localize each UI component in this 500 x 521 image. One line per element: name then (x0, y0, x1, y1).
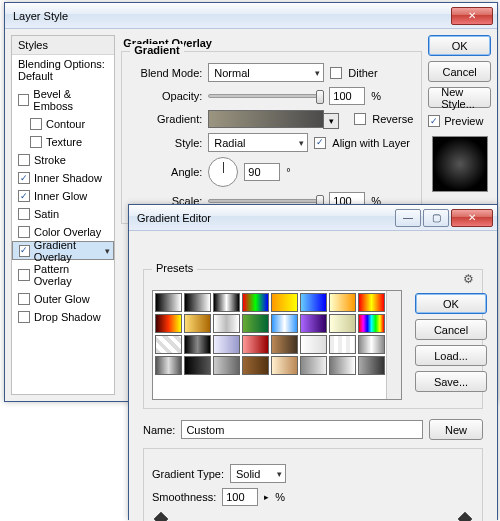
style-item[interactable]: Texture (12, 133, 114, 151)
gradient-editor-titlebar[interactable]: Gradient Editor — ▢ ✕ (129, 205, 497, 231)
preset-swatch[interactable] (213, 356, 240, 375)
preset-swatch[interactable] (358, 314, 385, 333)
style-item[interactable]: ✓Gradient Overlay (12, 241, 114, 260)
scrollbar[interactable] (386, 291, 401, 399)
gradient-picker[interactable] (208, 110, 324, 128)
preset-swatch[interactable] (329, 293, 356, 312)
angle-label: Angle: (130, 166, 202, 178)
style-select[interactable]: Radial (208, 133, 308, 152)
style-item[interactable]: Outer Glow (12, 290, 114, 308)
preset-swatch[interactable] (213, 335, 240, 354)
style-checkbox[interactable]: ✓ (18, 190, 30, 202)
gradient-label: Gradient: (130, 113, 202, 125)
preset-swatch[interactable] (184, 314, 211, 333)
cancel-button[interactable]: Cancel (428, 61, 491, 82)
preset-swatch[interactable] (155, 356, 182, 375)
style-checkbox[interactable] (18, 94, 29, 106)
style-item[interactable]: ✓Inner Glow (12, 187, 114, 205)
preset-swatch[interactable] (242, 356, 269, 375)
preset-swatch[interactable] (300, 335, 327, 354)
preset-swatch[interactable] (329, 356, 356, 375)
preset-grid[interactable] (152, 290, 402, 400)
preset-swatch[interactable] (184, 356, 211, 375)
close-icon[interactable]: ✕ (451, 209, 493, 227)
style-item[interactable]: Drop Shadow (12, 308, 114, 326)
style-item-label: Contour (46, 118, 85, 130)
preset-swatch[interactable] (184, 293, 211, 312)
maximize-icon[interactable]: ▢ (423, 209, 449, 227)
ok-button[interactable]: OK (428, 35, 491, 56)
new-style-button[interactable]: New Style... (428, 87, 491, 108)
style-item[interactable]: Pattern Overlay (12, 260, 114, 290)
scale-slider[interactable] (208, 199, 323, 203)
style-checkbox[interactable] (30, 136, 42, 148)
preset-swatch[interactable] (271, 335, 298, 354)
preset-swatch[interactable] (271, 293, 298, 312)
align-checkbox[interactable]: ✓ (314, 137, 326, 149)
blendmode-select[interactable]: Normal (208, 63, 324, 82)
style-checkbox[interactable] (18, 208, 30, 220)
preset-swatch[interactable] (213, 314, 240, 333)
style-checkbox[interactable]: ✓ (19, 245, 30, 257)
minimize-icon[interactable]: — (395, 209, 421, 227)
preset-swatch[interactable] (300, 356, 327, 375)
name-input[interactable]: Custom (181, 420, 423, 439)
preset-swatch[interactable] (242, 314, 269, 333)
ge-ok-button[interactable]: OK (415, 293, 487, 314)
dither-checkbox[interactable] (330, 67, 342, 79)
style-checkbox[interactable] (30, 118, 42, 130)
preset-swatch[interactable] (184, 335, 211, 354)
style-checkbox[interactable] (18, 293, 30, 305)
style-item[interactable]: ✓Inner Shadow (12, 169, 114, 187)
style-checkbox[interactable] (18, 154, 30, 166)
preset-swatch[interactable] (329, 335, 356, 354)
reverse-checkbox[interactable] (354, 113, 366, 125)
preset-swatch[interactable] (242, 293, 269, 312)
blending-options-item[interactable]: Blending Options: Default (12, 55, 114, 85)
preset-swatch[interactable] (155, 293, 182, 312)
style-checkbox[interactable]: ✓ (18, 172, 30, 184)
angle-dial[interactable] (208, 157, 238, 187)
opacity-slider[interactable] (208, 94, 323, 98)
style-checkbox[interactable] (18, 311, 30, 323)
angle-input[interactable]: 90 (244, 163, 280, 181)
preset-swatch[interactable] (329, 314, 356, 333)
style-item[interactable]: Bevel & Emboss (12, 85, 114, 115)
smoothness-input[interactable]: 100 (222, 488, 258, 506)
gradient-subtitle: Gradient (130, 44, 183, 56)
preset-swatch[interactable] (155, 335, 182, 354)
align-label: Align with Layer (332, 137, 410, 149)
ge-save-button[interactable]: Save... (415, 371, 487, 392)
type-label: Gradient Type: (152, 468, 224, 480)
styles-header[interactable]: Styles (12, 36, 114, 55)
style-item[interactable]: Contour (12, 115, 114, 133)
style-item[interactable]: Satin (12, 205, 114, 223)
style-item-label: Gradient Overlay (34, 239, 107, 263)
preview-checkbox[interactable]: ✓ (428, 115, 440, 127)
opacity-stop[interactable] (458, 512, 472, 521)
style-item[interactable]: Stroke (12, 151, 114, 169)
preset-swatch[interactable] (242, 335, 269, 354)
ge-cancel-button[interactable]: Cancel (415, 319, 487, 340)
preset-swatch[interactable] (358, 356, 385, 375)
opacity-stop[interactable] (154, 512, 168, 521)
preset-swatch[interactable] (213, 293, 240, 312)
style-checkbox[interactable] (18, 269, 30, 281)
preset-swatch[interactable] (271, 356, 298, 375)
new-button[interactable]: New (429, 419, 483, 440)
style-checkbox[interactable] (18, 226, 30, 238)
preset-swatch[interactable] (155, 314, 182, 333)
opacity-input[interactable]: 100 (329, 87, 365, 105)
preset-swatch[interactable] (300, 314, 327, 333)
preset-swatch[interactable] (358, 335, 385, 354)
preset-swatch[interactable] (300, 293, 327, 312)
close-icon[interactable]: ✕ (451, 7, 493, 25)
type-select[interactable]: Solid (230, 464, 286, 483)
layer-style-titlebar[interactable]: Layer Style ✕ (5, 3, 497, 29)
preset-swatch[interactable] (358, 293, 385, 312)
gear-icon[interactable]: ⚙ (463, 272, 474, 286)
style-item-label: Drop Shadow (34, 311, 101, 323)
ge-load-button[interactable]: Load... (415, 345, 487, 366)
gradient-editor-title: Gradient Editor (137, 212, 395, 224)
preset-swatch[interactable] (271, 314, 298, 333)
